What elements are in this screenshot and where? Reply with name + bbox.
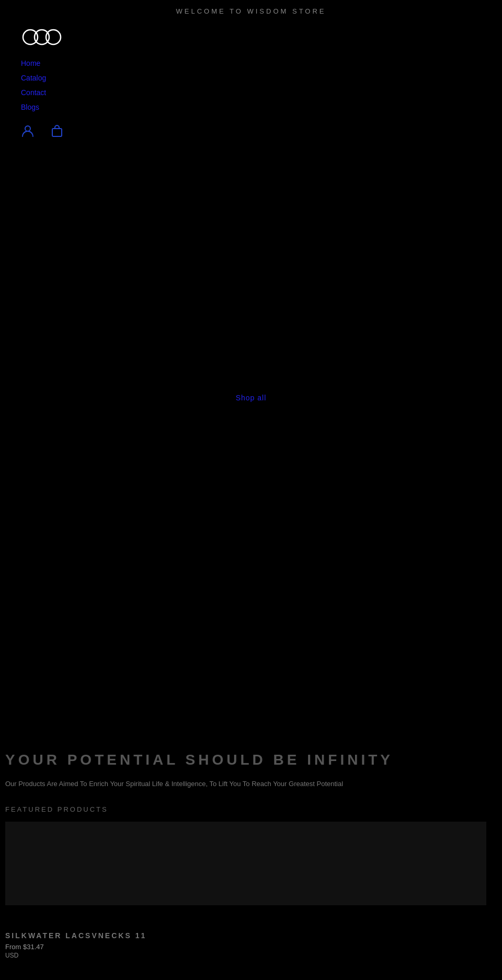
user-icon[interactable]: [21, 124, 35, 141]
shop-all-button[interactable]: Shop all: [236, 394, 267, 402]
mid-section: [0, 418, 502, 731]
product-listing-2: DOUBLY VIVID SUBLIMATION SOCKS $12.22 US…: [0, 975, 502, 980]
product-price-1: From $31.47: [5, 943, 497, 951]
product-name-1: SILKWATER LACSVNECKS 11: [5, 931, 497, 940]
potential-desc: Our Products Are Aimed To Enrich Your Sp…: [5, 779, 361, 790]
nav-blogs[interactable]: Blogs: [21, 103, 481, 111]
header: Home Catalog Contact Blogs: [0, 22, 502, 146]
svg-point-1: [35, 30, 49, 44]
nav-home[interactable]: Home: [21, 59, 481, 67]
nav-catalog[interactable]: Catalog: [21, 74, 481, 82]
featured-products-label: FEATURED PRODUCTS: [5, 805, 486, 813]
svg-point-3: [25, 126, 30, 131]
product-listing-1: SILKWATER LACSVNECKS 11 From $31.47 USD: [0, 926, 502, 975]
product-image: [5, 822, 486, 905]
svg-rect-4: [52, 129, 62, 136]
top-banner: WELCOME TO WISDOM STORE: [0, 0, 502, 22]
hero-section: Shop all: [0, 146, 502, 418]
header-icons: [21, 124, 481, 141]
logo-area[interactable]: [21, 28, 481, 49]
nav-contact[interactable]: Contact: [21, 88, 481, 97]
main-nav: Home Catalog Contact Blogs: [21, 59, 481, 111]
logo-icon: [21, 28, 63, 47]
potential-section: YOUR POTENTIAL SHOULD BE INFINITY Our Pr…: [0, 731, 502, 926]
svg-point-0: [23, 30, 38, 44]
svg-point-2: [46, 30, 61, 44]
potential-title: YOUR POTENTIAL SHOULD BE INFINITY: [5, 752, 486, 768]
bag-icon[interactable]: [50, 124, 64, 141]
product-currency-1: USD: [5, 952, 497, 959]
